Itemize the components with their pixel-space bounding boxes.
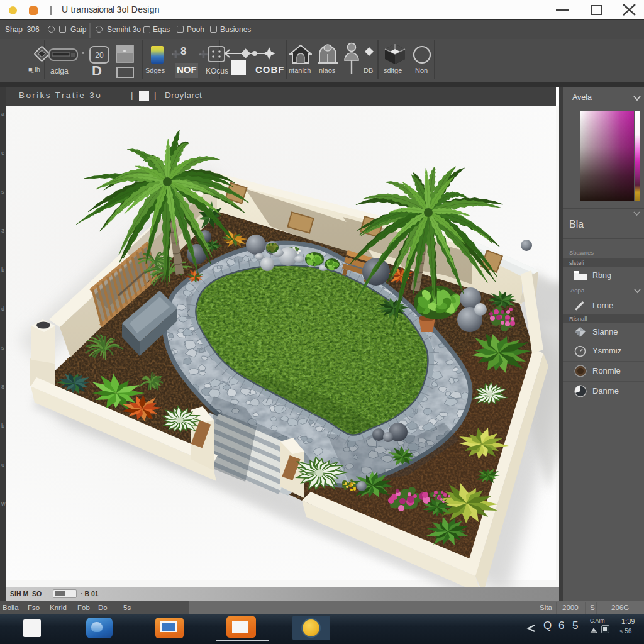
svg-text:20: 20 xyxy=(95,51,104,60)
